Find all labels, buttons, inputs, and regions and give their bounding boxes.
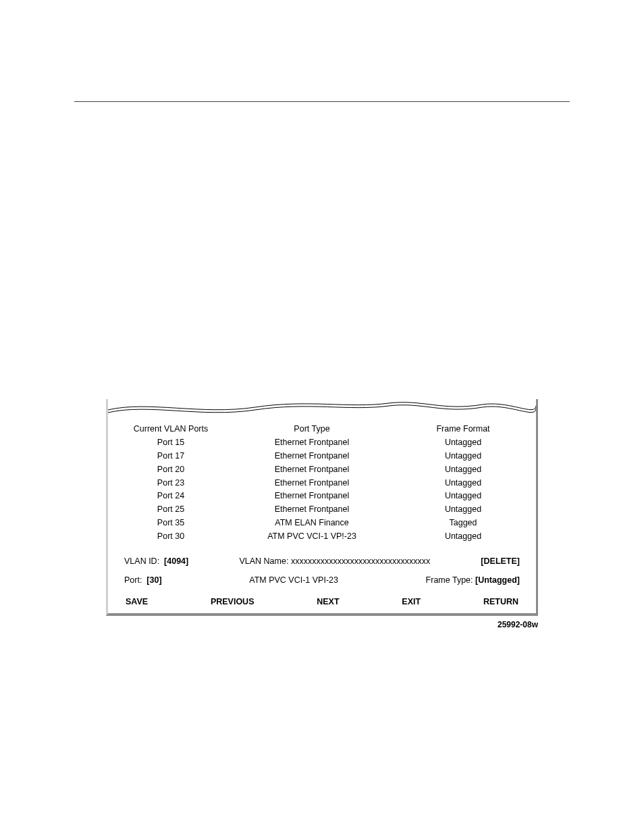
table-header-row: Current VLAN Ports Port Type Frame Forma…: [124, 422, 520, 436]
cell-port: Port 15: [124, 436, 217, 449]
vlan-id-label: VLAN ID:: [124, 556, 159, 566]
vlan-name-field[interactable]: xxxxxxxxxxxxxxxxxxxxxxxxxxxxxxxxx: [291, 556, 430, 566]
cell-type: ATM ELAN Finance: [217, 517, 406, 530]
torn-edge-icon: [108, 399, 536, 418]
return-button[interactable]: RETURN: [483, 597, 518, 606]
port-field[interactable]: [30]: [146, 575, 161, 585]
cell-frame: Tagged: [406, 517, 520, 530]
header-type: Port Type: [217, 422, 406, 436]
cell-type: Ethernet Frontpanel: [217, 476, 406, 490]
cell-type: ATM PVC VCI-1 VP!-23: [217, 530, 406, 544]
table-row: Port 23 Ethernet Frontpanel Untagged: [124, 476, 520, 490]
table-row: Port 35 ATM ELAN Finance Tagged: [124, 517, 520, 530]
vlan-ports-table: Current VLAN Ports Port Type Frame Forma…: [124, 422, 520, 543]
cell-frame: Untagged: [406, 476, 520, 490]
cell-port: Port 30: [124, 530, 217, 544]
port-type-text: ATM PVC VCI-1 VPI-23: [249, 575, 338, 585]
vlan-id-field[interactable]: [4094]: [164, 556, 188, 566]
header-rule: [74, 101, 570, 102]
table-row: Port 30 ATM PVC VCI-1 VP!-23 Untagged: [124, 530, 520, 544]
table-row: Port 25 Ethernet Frontpanel Untagged: [124, 503, 520, 517]
delete-button[interactable]: [DELETE]: [481, 556, 520, 566]
port-row: Port: [30] ATM PVC VCI-1 VPI-23 Frame Ty…: [124, 575, 520, 585]
exit-button[interactable]: EXIT: [402, 597, 421, 606]
cell-type: Ethernet Frontpanel: [217, 463, 406, 476]
cell-type: Ethernet Frontpanel: [217, 436, 406, 449]
cell-port: Port 25: [124, 503, 217, 517]
vlan-config-panel: Current VLAN Ports Port Type Frame Forma…: [106, 399, 538, 616]
cell-frame: Untagged: [406, 530, 520, 544]
table-row: Port 24 Ethernet Frontpanel Untagged: [124, 490, 520, 503]
cell-port: Port 20: [124, 463, 217, 476]
cell-frame: Untagged: [406, 449, 520, 463]
vlan-name-label: VLAN Name:: [239, 556, 288, 566]
port-label: Port:: [124, 575, 142, 585]
cell-frame: Untagged: [406, 463, 520, 476]
cell-port: Port 24: [124, 490, 217, 503]
header-ports: Current VLAN Ports: [124, 422, 217, 436]
table-row: Port 17 Ethernet Frontpanel Untagged: [124, 449, 520, 463]
cell-type: Ethernet Frontpanel: [217, 503, 406, 517]
vlan-id-row: VLAN ID: [4094] VLAN Name: xxxxxxxxxxxxx…: [124, 556, 520, 566]
table-row: Port 15 Ethernet Frontpanel Untagged: [124, 436, 520, 449]
header-frame: Frame Format: [406, 422, 520, 436]
cell-frame: Untagged: [406, 490, 520, 503]
cell-port: Port 35: [124, 517, 217, 530]
cell-frame: Untagged: [406, 436, 520, 449]
cell-port: Port 23: [124, 476, 217, 490]
table-row: Port 20 Ethernet Frontpanel Untagged: [124, 463, 520, 476]
previous-button[interactable]: PREVIOUS: [211, 597, 254, 606]
cell-port: Port 17: [124, 449, 217, 463]
cell-type: Ethernet Frontpanel: [217, 449, 406, 463]
cell-type: Ethernet Frontpanel: [217, 490, 406, 503]
frame-type-field[interactable]: [Untagged]: [475, 575, 520, 585]
cell-frame: Untagged: [406, 503, 520, 517]
next-button[interactable]: NEXT: [317, 597, 339, 606]
save-button[interactable]: SAVE: [126, 597, 148, 606]
frame-type-label: Frame Type:: [426, 575, 473, 585]
action-bar: SAVE PREVIOUS NEXT EXIT RETURN: [124, 597, 520, 606]
figure-id: 25992-08w: [106, 620, 538, 629]
